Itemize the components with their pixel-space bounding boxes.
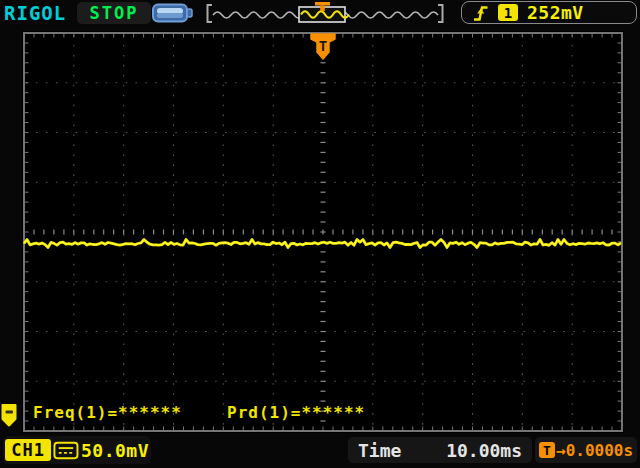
timebase-label: Time (358, 440, 401, 461)
dc-coupling-icon (53, 441, 79, 460)
trigger-status-box[interactable]: 1 252mV (461, 1, 637, 24)
battery-icon (150, 2, 196, 24)
hpos-right-bracket (438, 5, 443, 22)
rising-edge-trigger-icon (472, 4, 489, 22)
trigger-offset-badge: T (539, 442, 555, 458)
measurement-freq: Freq(1)=****** (33, 403, 182, 422)
hpos-left-bracket (208, 5, 213, 22)
trigger-level-value: 252mV (527, 2, 584, 23)
scope-display: T (0, 0, 640, 468)
measurement-period: Prd(1)=****** (227, 403, 365, 422)
channel1-scale-value: 50.0mV (81, 440, 149, 461)
channel1-badge: CH1 (5, 439, 51, 461)
channel1-status-panel[interactable]: CH1 50.0mV (3, 436, 151, 464)
trigger-offset-panel[interactable]: T →0.0000s (535, 437, 637, 463)
horizontal-position-bar[interactable] (203, 2, 447, 24)
svg-text:T: T (319, 38, 327, 54)
channel1-level-marker[interactable] (3, 405, 16, 426)
timebase-panel[interactable]: Time 10.00ms (348, 437, 532, 463)
brand-logo: RIGOL (4, 2, 66, 24)
timebase-value: 10.00ms (446, 440, 522, 461)
run-status-indicator[interactable]: STOP (77, 2, 151, 24)
trigger-source-badge: 1 (498, 4, 518, 21)
trigger-offset-value: →0.0000s (556, 441, 633, 460)
